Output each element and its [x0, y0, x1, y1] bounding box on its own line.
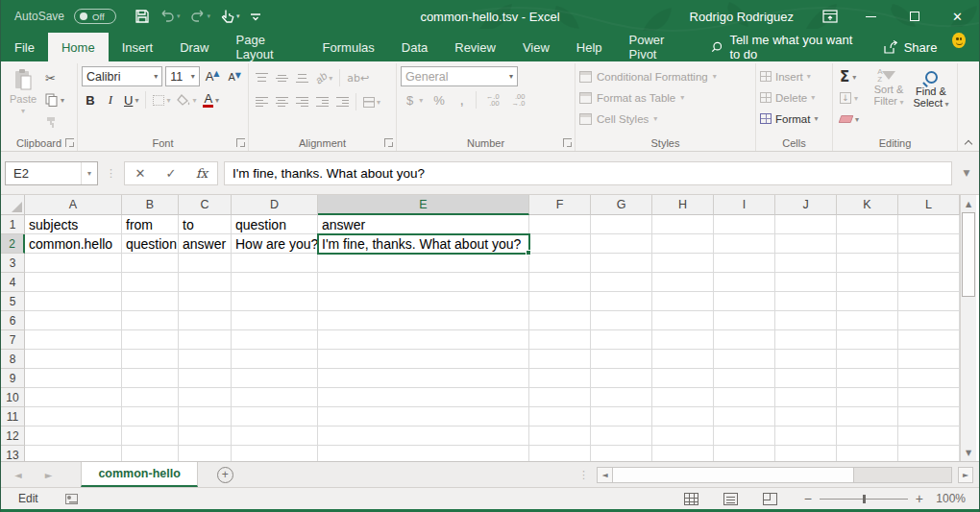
cell-A9[interactable]: [25, 369, 122, 388]
cut-button[interactable]: ✂: [43, 68, 66, 87]
horizontal-scrollbar-thumb[interactable]: [612, 468, 854, 482]
cell-C11[interactable]: [179, 407, 232, 427]
cell-I2[interactable]: [714, 234, 775, 254]
bold-button[interactable]: B: [82, 90, 99, 110]
decrease-indent-button[interactable]: [313, 92, 331, 111]
italic-button[interactable]: I: [102, 90, 119, 110]
cell-L9[interactable]: [898, 369, 960, 388]
cell-J3[interactable]: [775, 254, 837, 273]
underline-dropdown-icon[interactable]: ▾: [135, 96, 138, 105]
cell-D3[interactable]: [232, 254, 318, 273]
cell-H11[interactable]: [652, 407, 714, 427]
cell-A8[interactable]: [25, 350, 122, 369]
cell-F9[interactable]: [529, 369, 591, 388]
cell-G10[interactable]: [591, 388, 652, 407]
cell-K8[interactable]: [837, 350, 898, 369]
middle-align-button[interactable]: [273, 68, 290, 87]
insert-function-button[interactable]: fx: [186, 166, 217, 181]
cell-L6[interactable]: [898, 311, 960, 330]
new-sheet-button[interactable]: +: [217, 467, 233, 483]
cell-I11[interactable]: [714, 407, 775, 427]
tab-home[interactable]: Home: [48, 33, 109, 61]
cell-I9[interactable]: [714, 369, 775, 388]
column-header-L[interactable]: L: [898, 195, 960, 215]
percent-style-button[interactable]: %: [428, 90, 451, 110]
cell-K3[interactable]: [837, 254, 898, 273]
copy-dropdown-icon[interactable]: ▾: [61, 96, 64, 105]
row-header-6[interactable]: 6: [1, 311, 25, 330]
cell-H5[interactable]: [652, 292, 714, 311]
cell-B9[interactable]: [122, 369, 179, 388]
cell-C12[interactable]: [179, 427, 232, 446]
cell-L11[interactable]: [898, 407, 960, 427]
page-layout-view-button[interactable]: [723, 493, 738, 505]
cell-K10[interactable]: [837, 388, 898, 407]
autosum-button[interactable]: Σ▾: [837, 67, 868, 86]
cell-J12[interactable]: [775, 427, 837, 446]
cell-L1[interactable]: [898, 215, 960, 234]
row-header-5[interactable]: 5: [1, 292, 25, 311]
cell-H8[interactable]: [652, 350, 714, 369]
cell-C9[interactable]: [179, 369, 232, 388]
cell-J10[interactable]: [775, 388, 837, 407]
select-all-button[interactable]: [1, 195, 25, 215]
cell-K2[interactable]: [837, 234, 898, 254]
align-right-button[interactable]: [293, 92, 310, 111]
feedback-smiley-icon[interactable]: [952, 33, 966, 48]
cell-B6[interactable]: [122, 311, 179, 330]
column-header-I[interactable]: I: [714, 195, 775, 215]
cell-I8[interactable]: [714, 350, 775, 369]
next-sheet-icon[interactable]: ►: [45, 470, 53, 480]
vertical-scrollbar-thumb[interactable]: [962, 212, 975, 297]
tab-review[interactable]: Review: [441, 33, 509, 61]
cell-F5[interactable]: [529, 292, 591, 311]
formula-input[interactable]: I'm fine, thanks. What about you?: [224, 161, 952, 185]
merge-center-button[interactable]: ▾: [361, 92, 382, 111]
column-header-A[interactable]: A: [25, 195, 122, 215]
cell-L3[interactable]: [898, 254, 960, 273]
cell-H1[interactable]: [652, 215, 714, 234]
previous-sheet-icon[interactable]: ◄: [14, 470, 22, 480]
cell-H10[interactable]: [652, 388, 714, 407]
align-center-button[interactable]: [273, 92, 290, 111]
cell-I5[interactable]: [714, 292, 775, 311]
cell-G13[interactable]: [591, 446, 652, 461]
delete-cells-button[interactable]: Delete▾: [760, 88, 828, 107]
cell-A1[interactable]: subjects: [25, 215, 122, 234]
fill-button[interactable]: ↓▾: [837, 88, 868, 108]
column-header-G[interactable]: G: [591, 195, 652, 215]
cell-B7[interactable]: [122, 330, 179, 350]
page-break-preview-button[interactable]: [763, 493, 777, 505]
wrap-text-button[interactable]: ab↩: [345, 68, 371, 87]
clear-button[interactable]: ▾: [837, 110, 868, 129]
insert-cells-button[interactable]: Insert▾: [760, 67, 828, 85]
row-header-1[interactable]: 1: [1, 215, 25, 234]
cell-B8[interactable]: [122, 350, 179, 369]
cell-H13[interactable]: [652, 446, 714, 461]
cell-E4[interactable]: [318, 273, 529, 292]
zoom-in-button[interactable]: +: [908, 491, 933, 506]
zoom-level[interactable]: 100%: [933, 492, 979, 505]
cell-J5[interactable]: [775, 292, 837, 311]
increase-decimal-button[interactable]: ←.0.00: [481, 90, 504, 110]
customize-qat-button[interactable]: [247, 9, 264, 24]
cell-K13[interactable]: [837, 446, 898, 461]
cell-K1[interactable]: [837, 215, 898, 234]
cell-F10[interactable]: [529, 388, 591, 407]
row-header-13[interactable]: 13: [1, 446, 25, 461]
increase-indent-button[interactable]: [333, 92, 351, 111]
scroll-left-icon[interactable]: ◄: [598, 468, 612, 482]
tell-me-box[interactable]: Tell me what you want to do: [699, 33, 871, 61]
cell-E10[interactable]: [318, 388, 529, 407]
scroll-right-icon[interactable]: ►: [958, 467, 973, 483]
cell-K5[interactable]: [837, 292, 898, 311]
cell-F12[interactable]: [529, 427, 591, 446]
alignment-dialog-launcher[interactable]: [384, 138, 393, 147]
cell-B5[interactable]: [122, 292, 179, 311]
cell-C7[interactable]: [179, 330, 232, 350]
cell-J4[interactable]: [775, 273, 837, 292]
cell-D6[interactable]: [232, 311, 318, 330]
row-header-8[interactable]: 8: [1, 350, 25, 369]
zoom-slider[interactable]: [820, 494, 908, 504]
cell-A6[interactable]: [25, 311, 122, 330]
